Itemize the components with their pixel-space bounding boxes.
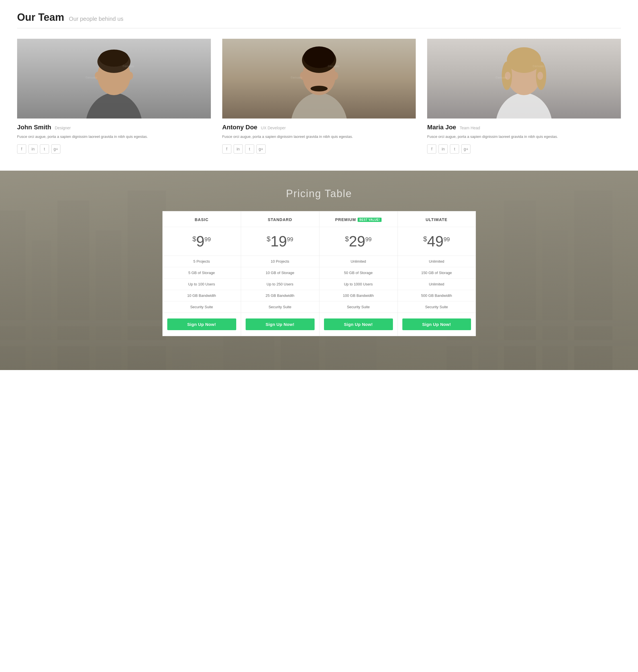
- feature-basic-2: Up to 100 Users: [163, 279, 241, 290]
- feature-ultimate-0: Unlimited: [398, 256, 475, 267]
- svg-rect-39: [479, 240, 498, 370]
- member-photo-john: ©envato ©envato: [17, 39, 211, 119]
- feature-premium-1: 50 GB of Storage: [319, 267, 398, 279]
- feature-ultimate-3: 500 GB Bandwidth: [398, 290, 475, 301]
- svg-rect-32: [0, 210, 26, 370]
- pricing-card-premium: PREMIUMBEST VALUE! $2999 Unlimited 50 GB…: [319, 211, 398, 336]
- pricing-section: Pricing Table BASIC $999 5 Projects 5 GB…: [0, 171, 638, 370]
- price-premium: $2999: [322, 234, 394, 249]
- googleplus-icon-antony[interactable]: g+: [256, 144, 266, 154]
- pricing-card-ultimate: ULTIMATE $4999 Unlimited 150 GB of Stora…: [398, 211, 476, 336]
- price-standard: $1999: [244, 234, 316, 249]
- pricing-title: Pricing Table: [12, 188, 626, 200]
- facebook-icon-maria[interactable]: f: [427, 144, 436, 154]
- svg-rect-42: [574, 191, 612, 370]
- feature-basic-0: 5 Projects: [163, 256, 241, 267]
- feature-standard-2: Up to 250 Users: [241, 279, 319, 290]
- plan-name-premium: PREMIUM: [335, 217, 356, 222]
- social-icons-antony: f in t g+: [222, 144, 416, 154]
- feature-ultimate-4: Security Suite: [398, 301, 475, 312]
- twitter-icon-maria[interactable]: t: [450, 144, 459, 154]
- card-header-standard: STANDARD: [241, 211, 319, 227]
- member-bio-john: Fusce orci augue, porta a sapien digniss…: [17, 134, 211, 140]
- cta-ultimate: Sign Up Now!: [398, 313, 475, 336]
- member-photo-maria: ©envato ©envato: [427, 39, 621, 119]
- svg-text:©envato: ©envato: [290, 76, 302, 79]
- feature-premium-0: Unlimited: [319, 256, 398, 267]
- signup-button-standard[interactable]: Sign Up Now!: [246, 318, 315, 330]
- linkedin-icon-john[interactable]: in: [29, 144, 38, 154]
- svg-point-5: [99, 50, 129, 67]
- member-name-antony: Antony Doe UX Developer: [222, 124, 416, 131]
- pricing-amount-premium: $2999: [319, 227, 398, 256]
- feature-basic-4: Security Suite: [163, 301, 241, 312]
- googleplus-icon-maria[interactable]: g+: [461, 144, 470, 154]
- linkedin-icon-maria[interactable]: in: [438, 144, 448, 154]
- member-bio-maria: Fusce orci augue, porta a sapien digniss…: [427, 134, 621, 140]
- svg-rect-36: [128, 191, 166, 370]
- card-header-ultimate: ULTIMATE: [398, 211, 475, 227]
- feature-standard-0: 10 Projects: [241, 256, 319, 267]
- pricing-cards: BASIC $999 5 Projects 5 GB of Storage Up…: [163, 211, 476, 336]
- pricing-amount-ultimate: $4999: [398, 227, 475, 256]
- svg-rect-35: [96, 230, 121, 370]
- feature-standard-4: Security Suite: [241, 301, 319, 312]
- team-grid: ©envato ©envato John Smith Designer Fusc…: [17, 39, 621, 154]
- feature-ultimate-2: Unlimited: [398, 279, 475, 290]
- features-premium: Unlimited 50 GB of Storage Up to 1000 Us…: [319, 256, 398, 313]
- team-subtitle: Our people behind us: [69, 16, 123, 22]
- member-name-maria: Maria Joe Team Head: [427, 124, 621, 131]
- svg-rect-34: [57, 201, 89, 370]
- price-basic: $999: [166, 234, 238, 249]
- signup-button-premium[interactable]: Sign Up Now!: [324, 318, 393, 330]
- linkedin-icon-antony[interactable]: in: [234, 144, 243, 154]
- svg-rect-40: [504, 201, 536, 370]
- team-member-antony: ©envato ©envato Antony Doe UX Developer …: [222, 39, 416, 154]
- svg-text:©envato: ©envato: [328, 64, 339, 68]
- facebook-icon-john[interactable]: f: [17, 144, 26, 154]
- svg-point-16: [310, 86, 328, 91]
- googleplus-icon-john[interactable]: g+: [51, 144, 61, 154]
- social-icons-john: f in t g+: [17, 144, 211, 154]
- svg-text:©envato: ©envato: [122, 64, 134, 68]
- svg-text:©envato: ©envato: [496, 76, 507, 79]
- twitter-icon-antony[interactable]: t: [245, 144, 254, 154]
- best-value-badge: BEST VALUE!: [358, 218, 381, 222]
- svg-rect-33: [32, 240, 51, 370]
- feature-premium-4: Security Suite: [319, 301, 398, 312]
- svg-text:©envato: ©envato: [85, 76, 97, 79]
- signup-button-basic[interactable]: Sign Up Now!: [167, 318, 236, 330]
- cta-standard: Sign Up Now!: [241, 313, 319, 336]
- feature-premium-2: Up to 1000 Users: [319, 279, 398, 290]
- team-member-john: ©envato ©envato John Smith Designer Fusc…: [17, 39, 211, 154]
- svg-text:©envato: ©envato: [533, 64, 544, 68]
- svg-point-18: [332, 72, 338, 80]
- card-header-premium: PREMIUMBEST VALUE!: [319, 211, 398, 227]
- team-section: Our Team Our people behind us: [0, 0, 638, 171]
- feature-standard-1: 10 GB of Storage: [241, 267, 319, 279]
- cta-premium: Sign Up Now!: [319, 313, 398, 336]
- price-ultimate: $4999: [401, 234, 473, 249]
- plan-name-basic: BASIC: [195, 217, 208, 222]
- member-photo-antony: ©envato ©envato: [222, 39, 416, 119]
- team-header: Our Team Our people behind us: [17, 12, 621, 29]
- features-basic: 5 Projects 5 GB of Storage Up to 100 Use…: [163, 256, 241, 313]
- feature-basic-1: 5 GB of Storage: [163, 267, 241, 279]
- member-bio-antony: Fusce orci augue, porta a sapien digniss…: [222, 134, 416, 140]
- svg-point-29: [537, 72, 543, 80]
- social-icons-maria: f in t g+: [427, 144, 621, 154]
- signup-button-ultimate[interactable]: Sign Up Now!: [402, 318, 471, 330]
- twitter-icon-john[interactable]: t: [40, 144, 49, 154]
- svg-rect-41: [542, 230, 568, 370]
- team-member-maria: ©envato ©envato Maria Joe Team Head Fusc…: [427, 39, 621, 154]
- cta-basic: Sign Up Now!: [163, 313, 241, 336]
- member-name-john: John Smith Designer: [17, 124, 211, 131]
- svg-rect-44: [0, 340, 638, 346]
- features-standard: 10 Projects 10 GB of Storage Up to 250 U…: [241, 256, 319, 313]
- feature-standard-3: 25 GB Bandwidth: [241, 290, 319, 301]
- pricing-amount-basic: $999: [163, 227, 241, 256]
- facebook-icon-antony[interactable]: f: [222, 144, 231, 154]
- feature-premium-3: 100 GB Bandwidth: [319, 290, 398, 301]
- team-heading: Our Team: [17, 12, 64, 23]
- plan-name-standard: STANDARD: [268, 217, 292, 222]
